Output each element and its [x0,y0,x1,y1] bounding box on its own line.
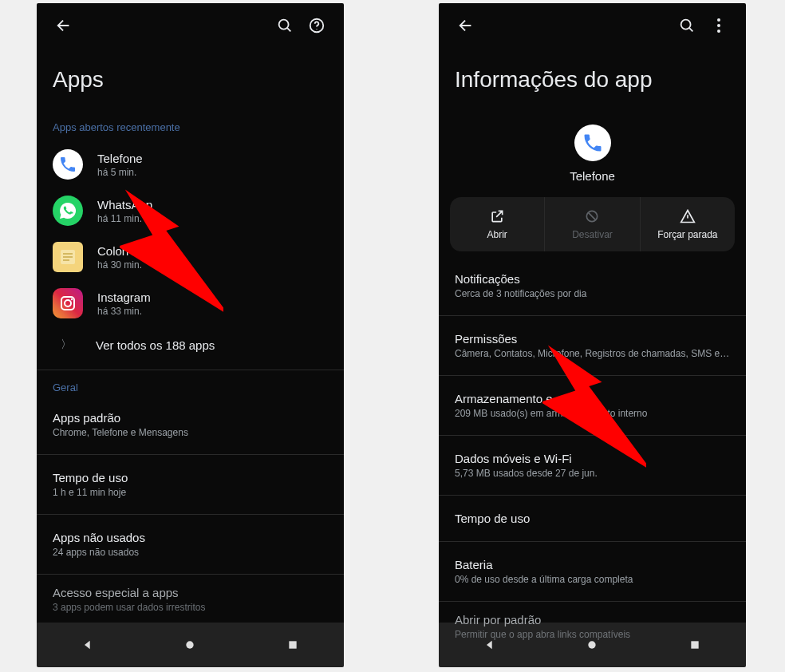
setting-title: Tempo de uso [53,471,328,484]
system-nav-bar [439,623,746,667]
svg-point-5 [65,300,71,306]
svg-rect-8 [289,641,296,648]
whatsapp-app-icon [53,196,83,226]
page-title: Apps [37,48,344,117]
screen-apps-list: Apps Apps abertos recentemente Telefone … [37,3,344,667]
open-icon [489,208,505,224]
see-all-apps[interactable]: 〉 Ver todos os 188 apps [37,326,344,363]
search-button[interactable] [671,10,703,42]
whatsapp-icon [58,201,77,220]
divider [37,574,344,575]
help-icon [308,17,325,34]
disable-button: Desativar [545,197,639,251]
instagram-icon [58,294,77,313]
phone-icon [582,132,604,154]
app-header-icon [574,125,611,161]
app-row-instagram[interactable]: Instagram há 33 min. [37,280,344,326]
screen-app-info: Informações do app Telefone Abrir Desati… [439,3,746,667]
block-icon [584,208,600,224]
setting-title: Acesso especial a apps [53,586,328,599]
divider [37,454,344,455]
divider [439,435,746,436]
chevron-right-icon: 〉 [61,338,72,352]
permissions-row[interactable]: Permissões Câmera, Contatos, Microfone, … [439,322,746,369]
colornote-app-icon [53,242,83,272]
app-row-whatsapp[interactable]: WhatsApp há 11 min. [37,188,344,234]
setting-sub: Cerca de 3 notificações por dia [455,288,730,299]
nav-home-icon [183,638,196,651]
back-button[interactable] [48,10,80,42]
svg-point-11 [589,641,596,648]
arrow-left-icon [457,17,475,34]
nav-recent-icon [688,638,701,651]
setting-title: Armazenamento e cache [455,392,730,405]
system-nav-bar [37,623,344,667]
divider [439,315,746,316]
setting-title: Bateria [455,558,730,571]
nav-recent[interactable] [277,629,309,661]
app-header-name: Telefone [570,169,615,183]
divider [439,495,746,496]
svg-point-9 [681,20,691,30]
nav-recent[interactable] [679,629,711,661]
instagram-app-icon [53,288,83,318]
setting-sub: Chrome, Telefone e Mensagens [53,427,328,438]
section-recent-label: Apps abertos recentemente [37,117,344,141]
setting-title: Permissões [455,332,730,346]
divider [37,370,344,370]
setting-sub: 209 MB usado(s) em armazenamento interno [455,408,730,419]
storage-row[interactable]: Armazenamento e cache 209 MB usado(s) em… [439,382,746,429]
app-name-label: Instagram [97,291,151,304]
battery-row[interactable]: Bateria 0% de uso desde a última carga c… [439,548,746,595]
app-row-colornote[interactable]: ColorNote há 30 min. [37,234,344,280]
disable-label: Desativar [572,229,613,240]
telefone-app-icon [53,149,83,180]
nav-back-icon [81,638,94,651]
setting-sub: 3 apps podem usar dados irrestritos [53,602,328,613]
nav-back[interactable] [474,629,506,661]
nav-back-icon [483,638,496,651]
default-apps-row[interactable]: Apps padrão Chrome, Telefone e Mensagens [37,401,344,448]
nav-home[interactable] [174,629,206,661]
top-bar [439,3,746,48]
app-sub-label: há 30 min. [97,259,152,271]
nav-recent-icon [286,638,299,651]
setting-title: Tempo de uso [455,512,730,525]
nav-back[interactable] [72,629,104,661]
divider [439,601,746,602]
see-all-label: Ver todos os 188 apps [96,338,215,352]
divider [439,541,746,542]
svg-point-7 [187,641,194,648]
search-button[interactable] [269,10,301,42]
help-button[interactable] [301,10,333,42]
app-sub-label: há 11 min. [97,213,152,224]
setting-title: Dados móveis e Wi-Fi [455,452,730,465]
app-header: Telefone [439,117,746,197]
nav-home[interactable] [576,629,608,661]
force-stop-label: Forçar parada [657,229,717,240]
divider [37,514,344,515]
data-row[interactable]: Dados móveis e Wi-Fi 5,73 MB usados desd… [439,442,746,488]
unused-apps-row[interactable]: Apps não usados 24 apps não usados [37,521,344,567]
more-button[interactable] [703,10,735,42]
setting-title: Apps padrão [53,411,328,425]
app-name-label: Telefone [97,152,143,165]
app-name-label: ColorNote [97,244,152,258]
nav-home-icon [586,638,598,651]
setting-sub: 5,73 MB usados desde 27 de jun. [455,468,730,479]
app-row-telefone[interactable]: Telefone há 5 min. [37,141,344,188]
phone-icon [58,155,77,174]
svg-rect-12 [691,641,698,648]
screen-time-row[interactable]: Tempo de uso 1 h e 11 min hoje [37,461,344,508]
app-sub-label: há 5 min. [97,167,143,178]
special-access-row[interactable]: Acesso especial a apps 3 apps podem usar… [37,581,344,613]
notifications-row[interactable]: Notificações Cerca de 3 notificações por… [439,263,746,309]
back-button[interactable] [450,10,482,42]
app-sub-label: há 33 min. [97,306,151,317]
setting-title: Apps não usados [53,531,328,544]
top-bar [37,3,344,48]
force-stop-button[interactable]: Forçar parada [641,197,735,251]
screen-time-row[interactable]: Tempo de uso [439,502,746,535]
open-button[interactable]: Abrir [450,197,544,251]
setting-title: Notificações [455,272,730,286]
